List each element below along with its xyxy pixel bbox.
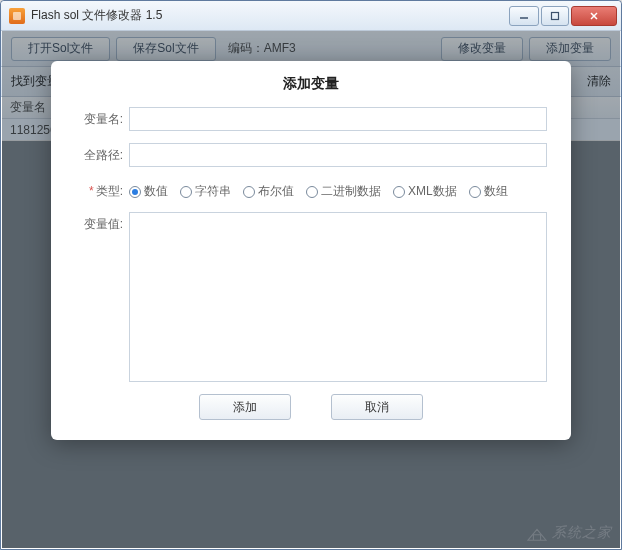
radio-bool[interactable]: 布尔值 xyxy=(243,183,294,200)
name-label: 变量名: xyxy=(75,107,129,128)
main-window: Flash sol 文件修改器 1.5 打开Sol文件 保存Sol文件 编码：A… xyxy=(0,0,622,550)
dialog-title: 添加变量 xyxy=(75,75,547,107)
add-variable-dialog: 添加变量 变量名: 全路径: 类型: 数值 xyxy=(51,61,571,440)
type-label: 类型: xyxy=(75,179,129,200)
form-row-name: 变量名: xyxy=(75,107,547,131)
svg-rect-0 xyxy=(13,12,21,20)
add-button[interactable]: 添加 xyxy=(199,394,291,420)
radio-binary[interactable]: 二进制数据 xyxy=(306,183,381,200)
radio-icon xyxy=(180,186,192,198)
radio-string[interactable]: 字符串 xyxy=(180,183,231,200)
form-row-value: 变量值: xyxy=(75,212,547,382)
radio-array[interactable]: 数组 xyxy=(469,183,508,200)
form-row-path: 全路径: xyxy=(75,143,547,167)
radio-icon xyxy=(306,186,318,198)
radio-icon xyxy=(243,186,255,198)
cancel-button[interactable]: 取消 xyxy=(331,394,423,420)
radio-icon xyxy=(393,186,405,198)
value-label: 变量值: xyxy=(75,212,129,233)
app-icon xyxy=(9,8,25,24)
close-button[interactable] xyxy=(571,6,617,26)
window-controls xyxy=(509,6,617,26)
form-row-type: 类型: 数值 字符串 布尔值 xyxy=(75,179,547,200)
path-label: 全路径: xyxy=(75,143,129,164)
minimize-button[interactable] xyxy=(509,6,539,26)
radio-icon xyxy=(129,186,141,198)
window-title: Flash sol 文件修改器 1.5 xyxy=(31,7,509,24)
maximize-button[interactable] xyxy=(541,6,569,26)
type-radio-group: 数值 字符串 布尔值 二进制数据 xyxy=(129,179,547,200)
dialog-buttons: 添加 取消 xyxy=(75,394,547,420)
svg-rect-2 xyxy=(552,12,559,19)
radio-xml[interactable]: XML数据 xyxy=(393,183,457,200)
modal-overlay: 添加变量 变量名: 全路径: 类型: 数值 xyxy=(2,31,620,548)
path-input[interactable] xyxy=(129,143,547,167)
titlebar[interactable]: Flash sol 文件修改器 1.5 xyxy=(1,1,621,31)
radio-icon xyxy=(469,186,481,198)
value-textarea[interactable] xyxy=(129,212,547,382)
radio-number[interactable]: 数值 xyxy=(129,183,168,200)
name-input[interactable] xyxy=(129,107,547,131)
